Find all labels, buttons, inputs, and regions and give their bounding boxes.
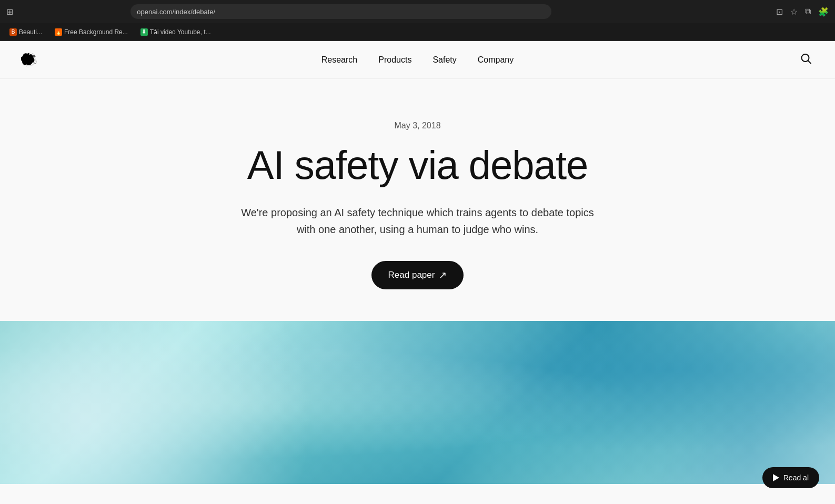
cta-arrow-icon: ↗	[439, 269, 447, 281]
bookmark-background[interactable]: 🔥 Free Background Re...	[51, 27, 132, 37]
openai-logo-clean[interactable]	[21, 52, 38, 68]
search-icon	[800, 53, 812, 64]
bookmark-favicon-youtube: ⬇	[140, 28, 148, 36]
nav-safety[interactable]: Safety	[432, 55, 456, 65]
article-date: May 3, 2018	[394, 121, 440, 130]
bookmarks-bar: B Beauti... 🔥 Free Background Re... ⬇ Tả…	[0, 23, 835, 41]
bookmark-label-beauti: Beauti...	[19, 28, 42, 36]
read-paper-button[interactable]: Read paper ↗	[371, 261, 464, 289]
read-aloud-button[interactable]: Read al	[762, 467, 819, 484]
browser-grid-icon: ⊞	[6, 7, 13, 17]
nav-products[interactable]: Products	[378, 55, 411, 65]
search-button[interactable]	[798, 51, 814, 69]
read-paper-label: Read paper	[388, 270, 435, 280]
bookmark-youtube[interactable]: ⬇ Tải video Youtube, t...	[136, 27, 215, 37]
article-title: AI safety via debate	[247, 143, 588, 187]
hero-section: May 3, 2018 AI safety via debate We're p…	[0, 79, 835, 321]
browser-actions: ⊡ ☆ ⧉ 🧩	[776, 7, 829, 17]
hero-image	[0, 321, 835, 484]
bookmark-label-youtube: Tải video Youtube, t...	[150, 28, 211, 36]
read-aloud-label: Read al	[783, 473, 809, 482]
main-nav: Research Products Safety Company	[321, 55, 514, 65]
browser-url-bar[interactable]: openai.com/index/debate/	[130, 4, 551, 19]
svg-line-1	[808, 61, 811, 63]
layers-icon[interactable]: ⧉	[805, 7, 811, 16]
bookmark-label-background: Free Background Re...	[64, 28, 128, 36]
nav-company[interactable]: Company	[478, 55, 514, 65]
bookmark-star-icon[interactable]: ☆	[790, 7, 798, 17]
play-icon	[773, 474, 779, 481]
translate-icon[interactable]: ⊡	[776, 7, 783, 17]
extensions-icon[interactable]: 🧩	[818, 7, 829, 17]
nav-research[interactable]: Research	[321, 55, 357, 65]
bookmark-beauti[interactable]: B Beauti...	[5, 27, 46, 37]
article-subtitle: We're proposing an AI safety technique w…	[234, 204, 602, 238]
browser-chrome: ⊞ openai.com/index/debate/ ⊡ ☆ ⧉ 🧩	[0, 0, 835, 23]
bookmark-favicon-background: 🔥	[55, 28, 62, 36]
site-header: Research Products Safety Company	[0, 41, 835, 79]
bookmark-favicon-beauti: B	[9, 28, 17, 36]
browser-url-text: openai.com/index/debate/	[137, 8, 215, 16]
